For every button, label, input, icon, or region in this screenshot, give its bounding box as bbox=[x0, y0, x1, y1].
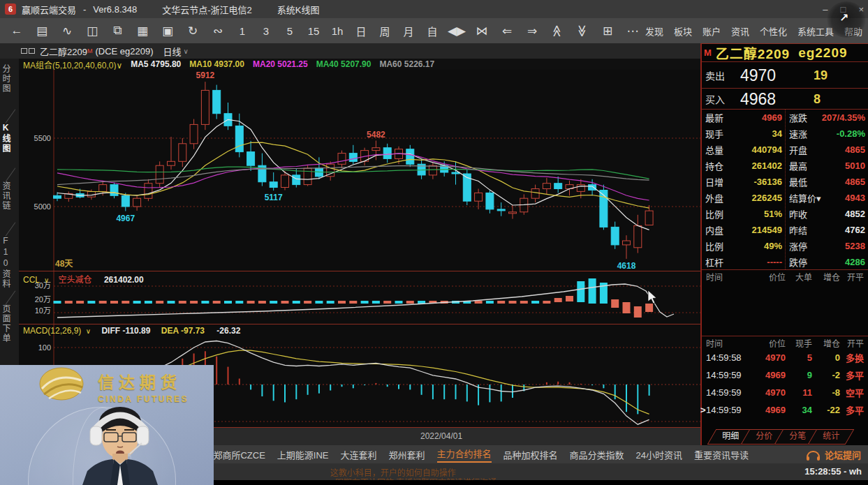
contract-name[interactable]: 乙二醇2209 bbox=[40, 45, 87, 58]
bottom-tab-大连套利[interactable]: 大连套利 bbox=[341, 448, 377, 461]
page-left-icon[interactable]: ⇐ bbox=[494, 24, 520, 38]
forum-button[interactable]: 论坛提问 bbox=[807, 445, 861, 463]
field-label: 最新 bbox=[705, 111, 723, 124]
sidebar-tab-页面下单[interactable]: 页面下单 bbox=[0, 304, 19, 343]
sidebar-tab-F10资料[interactable]: F10资料 bbox=[0, 236, 19, 289]
ccl-label[interactable]: CCL bbox=[23, 275, 40, 285]
big-order-table-body bbox=[702, 283, 868, 336]
bottom-tab-上期能源INE[interactable]: 上期能源INE bbox=[277, 448, 329, 461]
field-label: 最低 bbox=[789, 175, 807, 188]
more-icon[interactable]: ⋯ bbox=[620, 24, 645, 38]
field-value: 440794 bbox=[752, 144, 782, 155]
period-button-15[interactable]: 15 bbox=[302, 25, 325, 37]
page-right-icon[interactable]: ⇒ bbox=[520, 24, 545, 38]
bottom-tab-品种加权排名[interactable]: 品种加权排名 bbox=[503, 448, 558, 461]
indicator-line-icon[interactable]: ∾ bbox=[205, 24, 230, 38]
menu-发现[interactable]: 发现 bbox=[645, 24, 663, 38]
detail-tab-统计[interactable]: 统计 bbox=[808, 429, 855, 445]
col-header-开平: 开平 bbox=[841, 337, 868, 349]
svg-text:100: 100 bbox=[38, 343, 51, 352]
quote-field-内盘: 内盘214549 bbox=[702, 222, 785, 238]
bottom-tab-重要资讯导读[interactable]: 重要资讯导读 bbox=[694, 448, 749, 461]
layout-grid-icon[interactable]: ⊞ bbox=[595, 24, 620, 38]
link-contract-icon[interactable] bbox=[21, 48, 35, 54]
field-value: 261402 bbox=[752, 161, 782, 171]
save-icon[interactable]: ▣ bbox=[155, 24, 180, 38]
period-button-1[interactable]: 1 bbox=[230, 25, 254, 37]
chevrons-down-icon[interactable]: ≫ bbox=[570, 24, 595, 38]
ma-value-MA5: MA5 4795.80 bbox=[131, 59, 181, 69]
period-button-5[interactable]: 5 bbox=[278, 25, 302, 37]
svg-text:48天: 48天 bbox=[55, 259, 73, 269]
field-value: ----- bbox=[767, 257, 782, 267]
sidebar-tab-资讯链[interactable]: 资讯链 bbox=[0, 181, 19, 211]
sidebar-tab-K线图[interactable]: K线图 bbox=[0, 123, 19, 154]
ma-value-MA60: MA60 5226.17 bbox=[379, 59, 434, 69]
bottom-tab-郑商所CZCE[interactable]: 郑商所CZCE bbox=[213, 448, 265, 461]
chevrons-up-icon[interactable]: ≪ bbox=[545, 24, 570, 38]
cloud-node-label: 文华云节点-浙江电信2 bbox=[162, 3, 252, 16]
quote-field-结算价▾: 结算价▾4943 bbox=[786, 190, 868, 206]
toolbar: ←▤∿◫⧉▦▣↻∾135151h日周月自◀▶⋈⇐⇒≪≫⊞⋯ 发现板块账户资讯个性… bbox=[0, 18, 868, 43]
quote-contract-name: 乙二醇2209 bbox=[716, 43, 790, 62]
field-label: 速涨 bbox=[789, 127, 807, 140]
multi-chart-icon[interactable]: ⧉ bbox=[105, 24, 130, 38]
quote-field-总量: 总量440794 bbox=[702, 142, 785, 158]
expand-icon[interactable]: ⋈ bbox=[469, 24, 494, 38]
svg-text:4618: 4618 bbox=[617, 261, 636, 271]
field-value: 207/4.35% bbox=[822, 112, 865, 123]
compress-icon[interactable]: ◀▶ bbox=[444, 24, 469, 38]
period-button-1h[interactable]: 1h bbox=[325, 25, 349, 37]
date-label: 2022/04/01 bbox=[420, 431, 462, 441]
field-value: 4762 bbox=[845, 225, 865, 235]
period-button-周[interactable]: 周 bbox=[373, 24, 397, 38]
period-button-3[interactable]: 3 bbox=[254, 25, 278, 37]
ma-group-label[interactable]: MA组合(5,10,20,40,60,0)∨ bbox=[23, 59, 122, 70]
period-button-日[interactable]: 日 bbox=[349, 24, 373, 38]
sidebar-separator bbox=[6, 222, 16, 236]
period-button-自[interactable]: 自 bbox=[420, 24, 444, 38]
field-label: 比例 bbox=[705, 239, 723, 253]
timeline-icon[interactable]: ∿ bbox=[54, 24, 80, 38]
sidebar-tab-分时图[interactable]: 分时图 bbox=[0, 64, 19, 94]
svg-text:5482: 5482 bbox=[367, 130, 385, 140]
field-value: 4969 bbox=[762, 112, 782, 123]
menu-资讯[interactable]: 资讯 bbox=[731, 24, 749, 38]
menu-个性化[interactable]: 个性化 bbox=[760, 24, 787, 38]
quote-field-昨收: 昨收4852 bbox=[786, 206, 868, 222]
app-logo-icon: 6 bbox=[5, 3, 16, 15]
macd-label[interactable]: MACD(12,26,9) bbox=[23, 326, 81, 336]
back-icon[interactable]: ← bbox=[4, 24, 29, 38]
field-label: 最高 bbox=[789, 159, 807, 172]
bottom-tab-主力合约排名[interactable]: 主力合约排名 bbox=[437, 447, 492, 463]
bottom-tab-郑州套利[interactable]: 郑州套利 bbox=[389, 448, 425, 461]
menu-账户[interactable]: 账户 bbox=[703, 24, 721, 38]
order-ticket-icon[interactable]: ▦ bbox=[130, 24, 155, 38]
field-value: 5010 bbox=[845, 161, 865, 171]
kline-chart[interactable]: 550050005912496751175482461848天 bbox=[19, 70, 700, 271]
ask-row[interactable]: 卖出 4970 19 bbox=[702, 62, 868, 89]
col-header-价位: 价位 bbox=[748, 271, 787, 283]
quote-table-icon[interactable]: ▤ bbox=[29, 24, 54, 38]
menu-板块[interactable]: 板块 bbox=[674, 24, 692, 38]
quote-contract-code: eg2209 bbox=[798, 45, 847, 61]
refresh-icon[interactable]: ↻ bbox=[180, 24, 205, 38]
period-selector[interactable]: 日线 bbox=[163, 45, 182, 58]
minimize-button[interactable]: – bbox=[823, 4, 827, 15]
detail-tabs: 明细分价分笔统计 bbox=[702, 427, 868, 445]
candlestick-icon[interactable]: ◫ bbox=[80, 24, 105, 38]
contract-code: (DCE eg2209) bbox=[95, 46, 153, 57]
quote-grid: 最新4969现手34总量440794持仓261402日增-36136外盘2262… bbox=[702, 110, 868, 270]
quote-field-持仓: 持仓261402 bbox=[702, 158, 785, 174]
bottom-tab-商品分类指数[interactable]: 商品分类指数 bbox=[570, 448, 624, 461]
bid-row[interactable]: 买入 4968 8 bbox=[702, 89, 868, 110]
period-button-月[interactable]: 月 bbox=[397, 24, 420, 38]
field-label: 现手 bbox=[705, 127, 723, 140]
trade-row: 14:59:59>496934-22多平 bbox=[702, 401, 868, 419]
ask-price: 4970 bbox=[740, 66, 776, 84]
bottom-tab-24小时资讯[interactable]: 24小时资讯 bbox=[636, 448, 682, 461]
titlebar: 6 赢顺云端交易 - Ver6.8.348 文华云节点-浙江电信2 系统K线图 … bbox=[0, 0, 868, 18]
field-label: 内盘 bbox=[705, 223, 723, 237]
current-row-marker: > bbox=[700, 405, 706, 415]
app-window: 6 赢顺云端交易 - Ver6.8.348 文华云节点-浙江电信2 系统K线图 … bbox=[0, 0, 868, 485]
